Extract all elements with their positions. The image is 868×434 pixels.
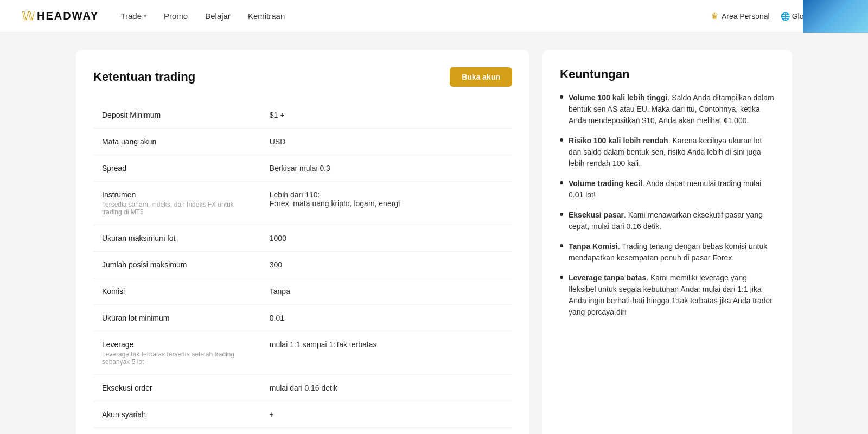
table-label-sub: Leverage tak terbatas tersedia setelah t…: [102, 350, 252, 366]
area-personal-button[interactable]: ♛ Area Personal: [711, 11, 770, 21]
table-row: Batas & Level Stop0: [93, 428, 512, 435]
benefits-panel: Keuntungan Volume 100 kali lebih tinggi.…: [542, 50, 792, 434]
table-row: Akun syariah+: [93, 401, 512, 428]
bullet-icon: [560, 213, 563, 216]
benefit-text: Risiko 100 kali lebih rendah. Karena kec…: [569, 135, 775, 169]
table-label-cell: Mata uang akun: [93, 129, 261, 155]
table-value-cell: 0.01: [261, 305, 512, 331]
nav-promo[interactable]: Promo: [164, 11, 188, 21]
table-row: Ukuran maksimum lot1000: [93, 225, 512, 252]
benefit-item: Eksekusi pasar. Kami menawarkan eksekuti…: [560, 209, 775, 232]
nav-belajar-label: Belajar: [205, 11, 231, 21]
table-label-cell: Ukuran lot minimum: [93, 305, 261, 331]
benefit-text: Volume 100 kali lebih tinggi. Saldo Anda…: [569, 92, 775, 126]
table-row: KomisiTanpa: [93, 278, 512, 305]
trading-table: Deposit Minimum$1 +Mata uang akunUSDSpre…: [93, 102, 512, 434]
table-label-cell: InstrumenTersedia saham, indeks, dan Ind…: [93, 182, 261, 225]
table-row: Ukuran lot minimum0.01: [93, 305, 512, 331]
table-label-main: Instrumen: [102, 190, 252, 199]
table-label-cell: Spread: [93, 155, 261, 182]
benefit-bold-text: Risiko 100 kali lebih rendah: [569, 136, 668, 145]
table-label-main: Leverage: [102, 340, 252, 349]
table-label-main: Deposit Minimum: [102, 111, 252, 119]
table-label-cell: Deposit Minimum: [93, 102, 261, 129]
bullet-icon: [560, 95, 563, 99]
nav-banner: [803, 0, 868, 33]
benefit-item: Risiko 100 kali lebih rendah. Karena kec…: [560, 135, 775, 169]
table-value-cell: mulai dari 0.16 detik: [261, 375, 512, 401]
area-personal-label: Area Personal: [722, 12, 770, 21]
table-label-cell: LeverageLeverage tak terbatas tersedia s…: [93, 331, 261, 375]
table-value-cell: Tanpa: [261, 278, 512, 305]
benefit-bold-text: Leverage tanpa batas: [569, 273, 646, 282]
bullet-icon: [560, 138, 563, 142]
benefit-item: Leverage tanpa batas. Kami memiliki leve…: [560, 272, 775, 318]
benefit-bold-text: Eksekusi pasar: [569, 210, 624, 219]
main-content: Ketentuan trading Buka akun Deposit Mini…: [54, 33, 814, 434]
table-label-main: Mata uang akun: [102, 137, 252, 146]
nav-trade-label: Trade: [120, 11, 142, 21]
nav-kemitraan-label: Kemitraan: [248, 11, 285, 21]
table-label-main: Spread: [102, 164, 252, 173]
table-value-cell: Lebih dari 110:Forex, mata uang kripto, …: [261, 182, 512, 225]
trading-conditions-panel: Ketentuan trading Buka akun Deposit Mini…: [76, 50, 529, 434]
table-value-cell: USD: [261, 129, 512, 155]
crown-icon: ♛: [711, 11, 718, 21]
table-label-cell: Batas & Level Stop: [93, 428, 261, 435]
bullet-icon: [560, 181, 563, 184]
chevron-down-icon: ▾: [144, 13, 146, 19]
table-value-cell: $1 +: [261, 102, 512, 129]
table-label-cell: Eksekusi order: [93, 375, 261, 401]
table-row: InstrumenTersedia saham, indeks, dan Ind…: [93, 182, 512, 225]
benefit-item: Tanpa Komisi. Trading tenang dengan beba…: [560, 241, 775, 264]
bullet-icon: [560, 244, 563, 247]
benefit-item: Volume trading kecil. Anda dapat memulai…: [560, 178, 775, 201]
nav-belajar[interactable]: Belajar: [205, 11, 231, 21]
nav-promo-label: Promo: [164, 11, 188, 21]
logo-text: HEADWAY: [37, 10, 99, 22]
nav-trade[interactable]: Trade ▾: [120, 11, 146, 21]
table-row: LeverageLeverage tak terbatas tersedia s…: [93, 331, 512, 375]
benefit-bold-text: Tanpa Komisi: [569, 242, 618, 251]
table-label-main: Akun syariah: [102, 410, 252, 419]
benefits-title: Keuntungan: [560, 67, 775, 81]
table-label-cell: Komisi: [93, 278, 261, 305]
logo-icon: 𝕎: [22, 9, 34, 23]
table-label-main: Ukuran maksimum lot: [102, 234, 252, 242]
buka-akun-button[interactable]: Buka akun: [450, 67, 512, 87]
table-value-cell: mulai 1:1 sampai 1:Tak terbatas: [261, 331, 512, 375]
benefit-text: Eksekusi pasar. Kami menawarkan eksekuti…: [569, 209, 775, 232]
table-value-cell: Berkisar mulai 0.3: [261, 155, 512, 182]
table-value-cell: 1000: [261, 225, 512, 252]
logo[interactable]: 𝕎 HEADWAY: [22, 9, 99, 23]
panel-title: Ketentuan trading: [93, 70, 195, 84]
navbar: 𝕎 HEADWAY Trade ▾ Promo Belajar Kemitraa…: [0, 0, 868, 33]
table-row: Jumlah posisi maksimum300: [93, 252, 512, 278]
table-value-cell: +: [261, 401, 512, 428]
table-label-cell: Akun syariah: [93, 401, 261, 428]
table-value-cell: 300: [261, 252, 512, 278]
benefit-bold-text: Volume trading kecil: [569, 179, 642, 188]
table-label-main: Komisi: [102, 287, 252, 296]
table-label-cell: Jumlah posisi maksimum: [93, 252, 261, 278]
table-label-main: Jumlah posisi maksimum: [102, 260, 252, 269]
benefits-list: Volume 100 kali lebih tinggi. Saldo Anda…: [560, 92, 775, 318]
table-row: SpreadBerkisar mulai 0.3: [93, 155, 512, 182]
globe-icon: 🌐: [781, 12, 790, 21]
nav-links: Trade ▾ Promo Belajar Kemitraan: [120, 11, 711, 21]
benefit-text: Leverage tanpa batas. Kami memiliki leve…: [569, 272, 775, 318]
bullet-icon: [560, 276, 563, 279]
table-label-main: Eksekusi order: [102, 384, 252, 392]
table-row: Mata uang akunUSD: [93, 129, 512, 155]
benefit-bold-text: Volume 100 kali lebih tinggi: [569, 93, 668, 102]
panel-header: Ketentuan trading Buka akun: [93, 67, 512, 87]
benefit-text: Tanpa Komisi. Trading tenang dengan beba…: [569, 241, 775, 264]
table-label-sub: Tersedia saham, indeks, dan Indeks FX un…: [102, 201, 252, 216]
table-value-cell: 0: [261, 428, 512, 435]
benefit-item: Volume 100 kali lebih tinggi. Saldo Anda…: [560, 92, 775, 126]
nav-kemitraan[interactable]: Kemitraan: [248, 11, 285, 21]
table-label-cell: Ukuran maksimum lot: [93, 225, 261, 252]
table-row: Deposit Minimum$1 +: [93, 102, 512, 129]
table-label-main: Ukuran lot minimum: [102, 314, 252, 322]
benefit-text: Volume trading kecil. Anda dapat memulai…: [569, 178, 775, 201]
